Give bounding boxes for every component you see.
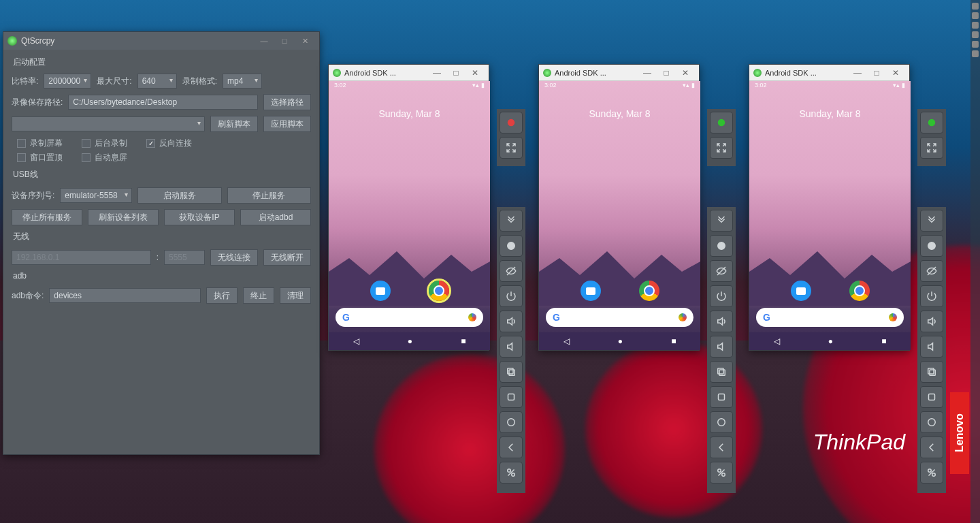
home-button[interactable] [710,235,733,257]
expand-panel-button[interactable] [500,210,523,232]
record-toggle-button[interactable] [710,112,733,133]
terminate-button[interactable]: 终止 [243,287,274,304]
messages-app-icon[interactable] [791,281,811,301]
close-button[interactable]: ✕ [676,68,695,78]
phone-screen[interactable]: 3:02 ▾▴ ▮ Sunday, Mar 8 G ◁ ● ■ [539,81,700,350]
exec-button[interactable]: 执行 [206,287,238,304]
messages-app-icon[interactable] [581,281,601,301]
power-button[interactable] [500,285,523,307]
stop-service-button[interactable]: 停止服务 [227,187,311,204]
screenshot-button[interactable] [920,462,943,484]
recent-button[interactable]: ■ [881,336,886,346]
volume-down-button[interactable] [920,336,943,358]
serial-combo[interactable]: emulator-5558 [60,188,132,203]
power-button[interactable] [920,285,943,307]
wifi-disconnect-button[interactable]: 无线断开 [263,249,311,266]
google-search-bar[interactable]: G [546,308,693,327]
back-button[interactable] [920,437,943,458]
recfmt-combo[interactable]: mp4 [223,74,262,89]
maxsize-combo[interactable]: 640 [137,74,177,89]
fullscreen-button[interactable] [920,137,943,159]
choose-path-button[interactable]: 选择路径 [263,94,311,110]
refresh-script-button[interactable]: 刷新脚本 [210,116,258,132]
close-button[interactable]: ✕ [886,68,905,78]
expand-panel-button[interactable] [710,210,733,232]
screen-off-button[interactable] [920,260,943,282]
phone-titlebar[interactable]: Android SDK ... — □ ✕ [749,65,909,81]
volume-up-button[interactable] [710,311,733,332]
back-button[interactable]: ◁ [564,336,570,346]
volume-down-button[interactable] [710,336,733,358]
script-combo[interactable] [12,116,205,131]
autooff-checkbox[interactable]: 自动息屏 [82,152,127,163]
bg-record-checkbox[interactable]: 后台录制 [82,138,127,149]
back-button[interactable] [710,437,733,458]
clear-button[interactable]: 清理 [280,287,311,304]
recpath-input[interactable]: C:/Users/bytedance/Desktop [68,95,258,110]
copy-button[interactable] [710,361,733,383]
adb-output[interactable] [12,311,311,399]
home-button[interactable]: ● [828,336,833,346]
assistant-icon[interactable] [889,313,897,321]
phone-screen[interactable]: 3:02 ▾▴ ▮ Sunday, Mar 8 G ◁ ● ■ [329,81,490,350]
copy-button[interactable] [920,361,943,383]
volume-up-button[interactable] [500,311,523,332]
volume-down-button[interactable] [500,336,523,358]
screenshot-button[interactable] [710,462,733,484]
fullscreen-button[interactable] [710,137,733,159]
minimize-button[interactable]: — [638,68,657,78]
expand-panel-button[interactable] [920,210,943,232]
wifi-port-input[interactable]: 5555 [164,250,205,265]
back-button[interactable]: ◁ [774,336,780,346]
home-button[interactable]: ● [408,336,412,346]
start-service-button[interactable]: 启动服务 [137,187,221,204]
titlebar[interactable]: QtScrcpy — □ ✕ [3,32,319,50]
home-button[interactable] [920,235,943,257]
power-button[interactable] [710,285,733,307]
menu-button[interactable] [710,411,733,433]
app-switch-button[interactable] [500,386,523,408]
minimize-button[interactable]: — [848,68,867,78]
topmost-checkbox[interactable]: 窗口置顶 [17,152,63,163]
record-toggle-button[interactable] [920,112,943,133]
dock-items[interactable] [972,3,979,60]
chrome-app-icon[interactable] [639,281,659,301]
bitrate-combo[interactable]: 2000000 [44,74,91,89]
fullscreen-button[interactable] [500,137,523,159]
screen-off-button[interactable] [500,260,523,282]
maximize-button[interactable]: □ [657,68,676,78]
back-button[interactable] [500,437,523,458]
apply-script-button[interactable]: 应用脚本 [263,116,311,132]
menu-button[interactable] [500,411,523,433]
wifi-connect-button[interactable]: 无线连接 [210,249,258,266]
reverse-conn-checkbox[interactable]: 反向连接 [146,138,192,149]
close-button[interactable]: ✕ [466,68,485,78]
start-adbd-button[interactable]: 启动adbd [240,209,311,225]
phone-screen[interactable]: 3:02 ▾▴ ▮ Sunday, Mar 8 G ◁ ● ■ [749,81,911,350]
home-button[interactable] [500,235,523,257]
chrome-app-icon[interactable] [429,281,449,301]
maximize-button[interactable]: □ [867,68,886,78]
maximize-button[interactable]: □ [274,34,295,48]
assistant-icon[interactable] [679,313,687,321]
assistant-icon[interactable] [468,313,476,321]
screenshot-button[interactable] [500,462,523,484]
wifi-ip-input[interactable]: 192.168.0.1 [12,250,151,265]
minimize-button[interactable]: — [427,68,446,78]
get-ip-button[interactable]: 获取设备IP [164,209,235,225]
copy-button[interactable] [500,361,523,383]
recent-button[interactable]: ■ [461,336,466,346]
home-button[interactable]: ● [618,336,623,346]
phone-titlebar[interactable]: Android SDK ... — □ ✕ [539,65,699,81]
chrome-app-icon[interactable] [849,281,870,301]
maximize-button[interactable]: □ [446,68,466,78]
back-button[interactable]: ◁ [353,336,359,346]
refresh-devices-button[interactable]: 刷新设备列表 [88,209,159,225]
google-search-bar[interactable]: G [336,308,483,327]
screen-off-button[interactable] [710,260,733,282]
menu-button[interactable] [920,411,943,433]
close-button[interactable]: ✕ [295,34,315,48]
phone-titlebar[interactable]: Android SDK ... — □ ✕ [329,65,489,81]
record-toggle-button[interactable] [500,112,523,133]
recent-button[interactable]: ■ [671,336,676,346]
